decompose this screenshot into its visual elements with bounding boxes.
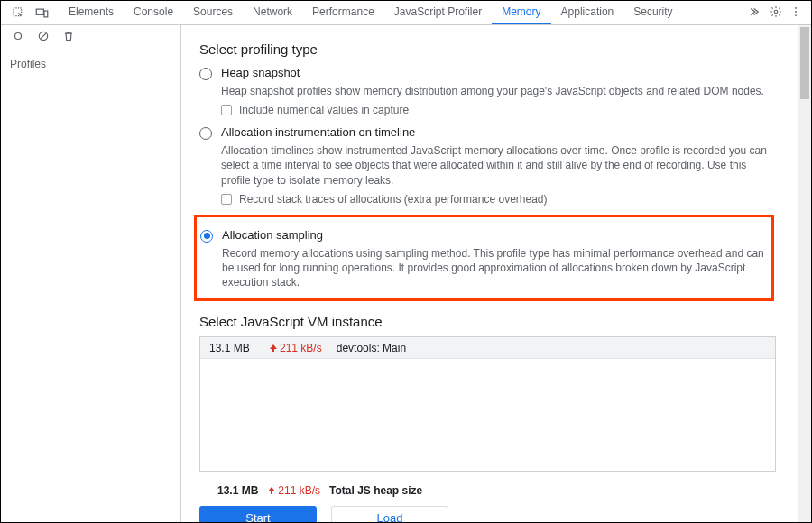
footer-memory-size: 13.1 MB (217, 484, 258, 497)
checkbox-record-stacks[interactable] (221, 194, 232, 205)
allocation-sampling-desc: Record memory allocations using sampling… (222, 246, 764, 290)
more-tabs-icon[interactable] (750, 5, 762, 21)
vm-instance-list: 13.1 MB 211 kB/s devtools: Main (199, 336, 776, 472)
option-allocation-timeline[interactable]: Allocation instrumentation on timeline (199, 125, 776, 140)
footer-rate-value: 211 kB/s (278, 484, 320, 497)
delete-icon[interactable] (62, 30, 75, 45)
svg-point-4 (795, 6, 797, 8)
panel-body: Profiles Select profiling type Heap snap… (1, 25, 811, 522)
start-button[interactable]: Start (199, 506, 317, 522)
select-vm-heading: Select JavaScript VM instance (199, 314, 776, 329)
scrollbar-thumb[interactable] (800, 27, 809, 99)
heap-snapshot-desc: Heap snapshot profiles show memory distr… (221, 84, 776, 98)
vertical-scrollbar[interactable] (798, 25, 811, 522)
allocation-sampling-highlight: Allocation sampling Record memory alloca… (194, 215, 774, 302)
record-stacks-label: Record stack traces of allocations (extr… (239, 193, 548, 206)
svg-rect-1 (36, 9, 43, 14)
action-buttons: Start Load (199, 506, 776, 522)
arrow-up-icon (269, 344, 278, 353)
inspect-icon[interactable] (6, 1, 30, 24)
tab-network[interactable]: Network (243, 1, 302, 24)
vm-instance-name: devtools: Main (337, 342, 406, 354)
memory-main: Select profiling type Heap snapshot Heap… (181, 25, 811, 522)
arrow-up-icon (267, 486, 276, 495)
option-allocation-sampling[interactable]: Allocation sampling (200, 228, 764, 243)
radio-allocation-timeline[interactable] (199, 127, 212, 140)
select-profiling-type-heading: Select profiling type (199, 41, 776, 57)
load-button[interactable]: Load (331, 506, 448, 522)
footer-total-label: Total JS heap size (329, 484, 422, 497)
svg-point-5 (795, 11, 797, 13)
vm-footer: 13.1 MB 211 kB/s Total JS heap size (217, 484, 776, 497)
settings-gear-icon[interactable] (770, 5, 782, 21)
clear-icon[interactable] (37, 30, 50, 45)
tab-application[interactable]: Application (551, 1, 624, 24)
vm-rate-value: 211 kB/s (280, 342, 322, 354)
top-tabstrip: Elements Console Sources Network Perform… (1, 1, 811, 25)
tabstrip-right (750, 1, 811, 24)
tab-memory[interactable]: Memory (492, 1, 550, 24)
tab-performance[interactable]: Performance (302, 1, 384, 24)
tab-security[interactable]: Security (623, 1, 682, 24)
allocation-sampling-label: Allocation sampling (222, 228, 323, 242)
svg-point-7 (15, 33, 22, 40)
allocation-timeline-desc: Allocation timelines show instrumented J… (221, 143, 776, 188)
vm-instance-row[interactable]: 13.1 MB 211 kB/s devtools: Main (200, 337, 775, 359)
memory-sidebar: Profiles (1, 25, 181, 522)
footer-memory-rate: 211 kB/s (267, 484, 320, 497)
timeline-record-stacks[interactable]: Record stack traces of allocations (extr… (221, 193, 776, 206)
kebab-menu-icon[interactable] (789, 5, 802, 21)
include-numerical-label: Include numerical values in capture (239, 104, 409, 116)
vm-memory-size: 13.1 MB (209, 342, 260, 354)
heap-include-numerical[interactable]: Include numerical values in capture (221, 104, 776, 116)
record-icon[interactable] (12, 30, 24, 45)
sidebar-profiles-heading: Profiles (1, 50, 180, 78)
allocation-timeline-label: Allocation instrumentation on timeline (221, 125, 415, 139)
radio-heap-snapshot[interactable] (199, 68, 212, 80)
tab-sources[interactable]: Sources (183, 1, 243, 24)
vm-memory-rate: 211 kB/s (269, 342, 322, 354)
svg-point-3 (774, 10, 778, 14)
main-scroll: Select profiling type Heap snapshot Heap… (181, 25, 798, 522)
tab-elements[interactable]: Elements (59, 1, 124, 24)
svg-point-6 (795, 14, 797, 16)
devtools-window: Elements Console Sources Network Perform… (0, 0, 812, 523)
tab-javascript-profiler[interactable]: JavaScript Profiler (384, 1, 492, 24)
checkbox-include-numerical[interactable] (221, 105, 232, 115)
heap-snapshot-label: Heap snapshot (221, 66, 300, 79)
option-heap-snapshot[interactable]: Heap snapshot (199, 66, 776, 80)
tab-console[interactable]: Console (124, 1, 183, 24)
sidebar-toolbar (1, 25, 180, 50)
panel-tabs: Elements Console Sources Network Perform… (59, 1, 683, 24)
device-toggle-icon[interactable] (30, 1, 53, 24)
radio-allocation-sampling[interactable] (200, 230, 213, 243)
svg-rect-2 (44, 11, 48, 17)
